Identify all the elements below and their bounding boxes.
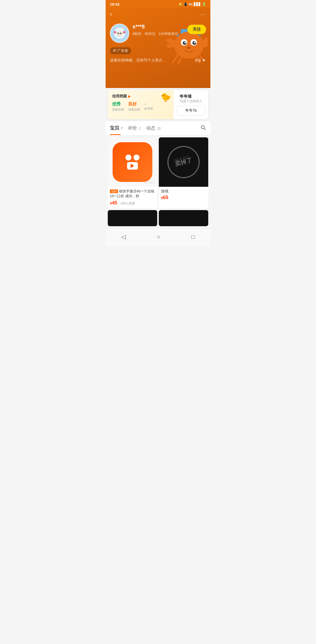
product-price-2: ¥65 (161, 195, 206, 200)
kuaishou-icon (113, 142, 152, 182)
tab-baobei-label: 宝贝 (110, 126, 119, 131)
vibrate-icon: 📳 (184, 2, 188, 6)
product-info-2: 游戏 ¥65 (159, 187, 208, 203)
fans-count: 4粉丝 (132, 31, 141, 36)
tabs-bar: 宝贝 7 评价 2 动态 28 (106, 121, 210, 135)
network-icon: 5G (189, 3, 193, 6)
buyer-value: 良好 (128, 101, 140, 107)
status-bar: 19:42 🔔 📳 5G ▋▋▋ 🔋 (106, 0, 210, 8)
credit-left[interactable]: 信用档案 ▶ 🐤 优秀 卖家信用 良好 买家信用 - 好评率 (108, 90, 173, 119)
profile-header: ‹ ··· (106, 8, 210, 88)
profile-info: x***8 4粉丝 36关注 1分钟前来过 关注 (106, 21, 210, 46)
praise-desc: Ta是个怎样的人 (179, 99, 202, 104)
tab-baobei[interactable]: 宝贝 7 (110, 121, 128, 135)
logo-eyes (125, 155, 139, 160)
last-seen: 1分钟前来过 (159, 31, 178, 36)
credit-right: 夸夸墙 Ta是个怎样的人 夸夸Ta (173, 90, 208, 119)
tab-dynamic[interactable]: 动态 28 (146, 121, 166, 135)
credit-title-text: 信用档案 (112, 94, 127, 99)
svg-point-27 (119, 34, 120, 35)
baoyou-tag: 包邮 (110, 189, 118, 193)
credit-arrow: ▶ (128, 94, 131, 98)
rate-credit: - 好评率 (144, 101, 153, 112)
seller-credit: 优秀 卖家信用 (112, 101, 124, 112)
tab-dynamic-label: 动态 (146, 126, 155, 131)
tabs-section: 宝贝 7 评价 2 动态 28 (106, 121, 210, 228)
credit-scores: 优秀 卖家信用 良好 买家信用 - 好评率 (112, 101, 169, 112)
nav-bar: ‹ ··· (106, 8, 210, 21)
product-card-3[interactable] (108, 210, 157, 226)
credit-inner: 信用档案 ▶ 🐤 优秀 卖家信用 良好 买家信用 - 好评率 (108, 90, 208, 119)
follow-button[interactable]: 关注 (187, 25, 206, 34)
svg-point-30 (114, 31, 116, 34)
product-card-1[interactable]: 快手激活 包邮收快手激活45一个后续15一口价 成功，秒 ¥45 100人想要 (108, 137, 157, 208)
bio-section: 这家伙很神秘，没有写个人简介。 更多 ▶ (106, 56, 210, 67)
product-image-2: 卖掉了 SOLD OUT (159, 137, 208, 187)
more-link[interactable]: 更多 ▶ (195, 58, 206, 63)
kuaishou-logo (125, 155, 139, 170)
product-price-row-1: ¥45 100人想要 (110, 200, 155, 206)
following-count: 36关注 (145, 31, 155, 36)
home-nav-button[interactable]: ○ (150, 232, 167, 242)
tab-dynamic-count: 28 (157, 127, 161, 130)
tab-review[interactable]: 评价 2 (128, 121, 146, 135)
svg-point-23 (117, 32, 119, 34)
back-button[interactable]: ‹ (110, 11, 112, 18)
product-game-title: 游戏 (161, 189, 206, 194)
buyer-label: 买家信用 (128, 108, 140, 112)
seller-label: 卖家信用 (112, 108, 124, 112)
status-icons: 🔔 📳 5G ▋▋▋ 🔋 (178, 2, 206, 6)
profile-details: x***8 4粉丝 36关注 1分钟前来过 (129, 24, 187, 36)
svg-line-33 (204, 128, 205, 130)
avatar (110, 24, 129, 43)
back-nav-button[interactable]: ◁ (115, 232, 132, 242)
product-want-1: 100人想要 (120, 202, 135, 205)
more-button[interactable]: ··· (200, 11, 206, 17)
svg-point-24 (120, 32, 122, 34)
recents-nav-button[interactable]: □ (185, 232, 201, 242)
bottom-nav: ◁ ○ □ (106, 228, 210, 246)
product-card-2[interactable]: 卖掉了 SOLD OUT 游戏 ¥65 (159, 137, 208, 208)
tab-review-count: 2 (139, 127, 141, 130)
svg-point-25 (118, 33, 119, 33)
products-grid: 快手激活 包邮收快手激活45一个后续15一口价 成功，秒 ¥45 100人想要 (106, 135, 210, 228)
product-price-1: ¥45 (110, 200, 119, 206)
avatar-image (110, 24, 129, 42)
tab-baobei-count: 7 (121, 127, 123, 130)
username: x***8 (132, 24, 187, 30)
ip-badge: IP 广东省 (110, 47, 131, 54)
svg-point-26 (121, 33, 121, 33)
praise-wall-title: 夸夸墙 (179, 94, 202, 99)
bio-text: 这家伙很神秘，没有写个人简介。 (110, 58, 166, 63)
logo-camera (127, 162, 138, 170)
svg-point-31 (123, 31, 125, 34)
profile-stats: 4粉丝 36关注 1分钟前来过 (132, 31, 187, 36)
praise-button[interactable]: 夸夸Ta (177, 106, 205, 115)
watermark: 快手激活 (144, 181, 155, 185)
credit-chick-icon: 🐤 (160, 92, 171, 103)
tab-review-label: 评价 (128, 126, 137, 131)
sold-out-stamp: 卖掉了 SOLD OUT (164, 142, 203, 182)
alarm-icon: 🔔 (178, 2, 182, 6)
logo-eye-right (134, 155, 139, 160)
buyer-credit: 良好 买家信用 (128, 101, 140, 112)
search-icon[interactable] (200, 125, 206, 132)
ip-tag-container: IP 广东省 (110, 47, 206, 54)
product-card-4[interactable] (159, 210, 208, 226)
product-image-1: 快手激活 (108, 137, 157, 187)
battery-icon: 🔋 (202, 2, 206, 6)
rate-value: - (144, 101, 153, 106)
product-title-1: 包邮收快手激活45一个后续15一口价 成功，秒 (110, 189, 155, 199)
svg-point-22 (116, 31, 123, 37)
status-time: 19:42 (110, 2, 120, 6)
product-info-1: 包邮收快手激活45一个后续15一口价 成功，秒 ¥45 100人想要 (108, 187, 157, 208)
logo-play (131, 164, 134, 168)
seller-value: 优秀 (112, 101, 124, 107)
rate-label: 好评率 (144, 107, 153, 111)
logo-eye-left (125, 155, 131, 160)
signal-icon: ▋▋▋ (194, 2, 201, 6)
credit-section: 信用档案 ▶ 🐤 优秀 卖家信用 良好 买家信用 - 好评率 (108, 90, 208, 119)
